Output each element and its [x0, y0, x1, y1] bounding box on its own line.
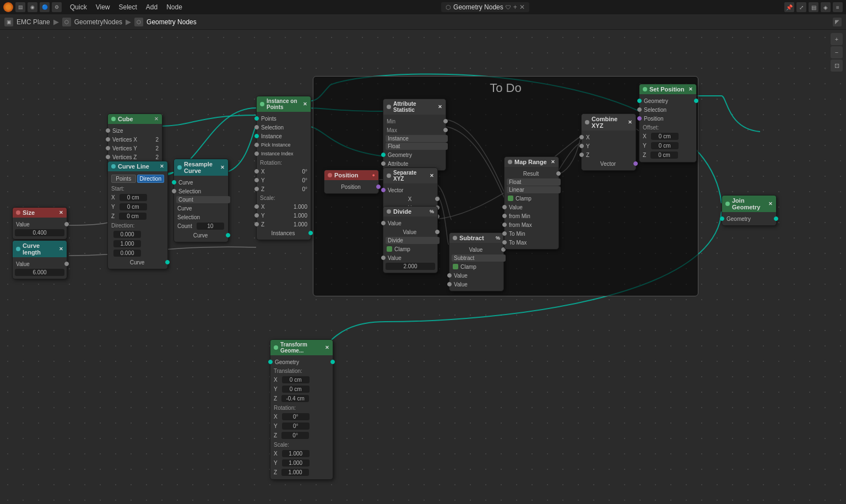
node-joingeo-header[interactable]: Join Geometry ✕ [722, 196, 776, 212]
socket-cxyz-y[interactable] [579, 144, 584, 148]
socket-size-in[interactable] [106, 128, 110, 133]
socket-iop-sy[interactable] [254, 213, 259, 218]
socket-sub-v2[interactable] [447, 282, 452, 286]
socket-rc-curve-in[interactable] [172, 180, 176, 185]
socket-cxyz-out[interactable] [633, 161, 638, 166]
zoom-out-btn[interactable]: − [831, 46, 843, 58]
workspace-tab[interactable]: ⬡ Geometry Nodes 🛡 + ✕ [441, 2, 529, 12]
add-workspace-icon[interactable]: + [513, 3, 517, 11]
menu-node[interactable]: Node [162, 2, 186, 12]
node-set-position[interactable]: Set Position ✕ Geometry Selection Positi… [639, 84, 697, 162]
socket-clength-out[interactable] [64, 262, 69, 266]
subtract-op-select[interactable]: Subtract [452, 254, 506, 262]
node-tg-header[interactable]: Transform Geome... ✕ [270, 340, 333, 355]
socket-iop-ry[interactable] [254, 178, 259, 182]
socket-vz-in[interactable] [106, 155, 110, 159]
node-size-header[interactable]: Size ✕ [13, 208, 67, 218]
socket-mr-fmax[interactable] [502, 223, 507, 227]
start-z[interactable]: 0 cm [119, 213, 147, 220]
socket-div-v1[interactable] [381, 221, 386, 225]
socket-iop-sz[interactable] [254, 222, 259, 226]
node-combxyz-header[interactable]: Combine XYZ ✕ [582, 114, 636, 131]
menu-select[interactable]: Select [115, 2, 140, 12]
socket-div-out[interactable] [435, 230, 440, 234]
node-setpos-header[interactable]: Set Position ✕ [639, 84, 696, 94]
start-y[interactable]: 0 cm [120, 203, 147, 210]
socket-rc-curve-out[interactable] [226, 233, 230, 237]
node-join-geometry[interactable]: Join Geometry ✕ Geometry [722, 195, 777, 226]
pref-icon[interactable]: ⚙ [52, 2, 62, 12]
attrstat-sel2[interactable]: Float [386, 143, 448, 150]
menu-add[interactable]: Add [142, 2, 161, 12]
socket-iop-rz[interactable] [254, 187, 259, 191]
socket-sepxyz-x[interactable] [435, 197, 440, 201]
start-x[interactable]: 0 cm [120, 194, 147, 201]
maprange-type[interactable]: Float [507, 178, 561, 186]
node-combine-xyz[interactable]: Combine XYZ ✕ X Y Z Vector [581, 113, 636, 171]
socket-curve-out[interactable] [165, 260, 170, 264]
render-props-icon[interactable]: ◈ [821, 2, 831, 12]
socket-mr-tmax[interactable] [502, 240, 507, 245]
node-instance-on-points[interactable]: Instance on Points ✕ Points Selection In… [256, 96, 311, 240]
tg-tx[interactable]: 0 cm [282, 376, 310, 383]
socket-attrstat-geo[interactable] [381, 153, 386, 157]
tg-sz[interactable]: 1.000 [281, 469, 309, 476]
socket-vx-in[interactable] [106, 137, 110, 142]
node-divide[interactable]: Divide % Value Value Divide Clamp Value … [383, 206, 438, 273]
node-maprange-header[interactable]: Map Range ✕ [505, 157, 558, 167]
socket-mr-fmin[interactable] [502, 214, 507, 218]
socket-attrstat-max[interactable] [443, 128, 448, 132]
node-curve-length[interactable]: Curve length ✕ Value 6.000 [12, 240, 67, 279]
dir-y[interactable]: 1.000 [113, 240, 141, 247]
breadcrumb-root[interactable]: EMC Plane [17, 18, 50, 26]
breadcrumb-end[interactable]: Geometry Nodes [147, 18, 197, 26]
maprange-interp[interactable]: Linear [507, 186, 561, 193]
socket-tg-geo-in[interactable] [268, 360, 273, 364]
mr-clamp[interactable] [508, 196, 513, 201]
socket-mr-tmin[interactable] [502, 231, 507, 236]
fit-view-btn[interactable]: ⊡ [831, 59, 843, 72]
socket-iop-idx[interactable] [254, 151, 259, 156]
socket-iop-pick[interactable] [254, 143, 259, 147]
node-position[interactable]: Position ● Position [324, 170, 379, 194]
socket-sp-geo-in[interactable] [637, 99, 642, 103]
expand-icon[interactable]: ⤢ [796, 2, 806, 12]
node-resample-curve[interactable]: Resample Curve ✕ Curve Selection Count C… [173, 159, 229, 242]
node-map-range[interactable]: Map Range ✕ Result Float Linear Clamp Va… [504, 156, 559, 250]
socket-attrstat-min[interactable] [443, 119, 448, 123]
tg-rx[interactable]: 0° [282, 413, 310, 420]
sp-offset-x[interactable]: 0 cm [651, 133, 679, 140]
node-size[interactable]: Size ✕ Value 0.400 [12, 207, 67, 240]
node-cube-header[interactable]: Cube ✕ [108, 114, 162, 124]
divide-clamp[interactable] [387, 246, 392, 252]
tg-sx[interactable]: 1.000 [282, 450, 310, 457]
socket-cxyz-x[interactable] [579, 135, 584, 139]
socket-sp-sel[interactable] [637, 107, 642, 112]
socket-iop-points[interactable] [254, 116, 259, 121]
node-editor-canvas[interactable]: To Do Cube ✕ Size Vertices X 2 Vertices … [0, 30, 846, 504]
sp-offset-y[interactable]: 0 cm [651, 142, 679, 149]
node-iop-header[interactable]: Instance on Points ✕ [257, 96, 311, 112]
subtract-clamp[interactable] [453, 264, 458, 269]
curve-line-tabs[interactable]: Points Direction [111, 175, 164, 183]
attrstat-sel1[interactable]: Instance [386, 135, 448, 142]
node-sepcyz-header[interactable]: Separate XYZ ✕ [383, 168, 437, 183]
socket-sp-pos[interactable] [637, 116, 642, 121]
socket-cxyz-z[interactable] [579, 153, 584, 157]
tab-points[interactable]: Points [111, 175, 136, 183]
socket-jg-geo-in[interactable] [720, 216, 724, 221]
socket-iop-sx[interactable] [254, 204, 259, 209]
menu-view[interactable]: View [92, 2, 114, 12]
node-divide-header[interactable]: Divide % [383, 207, 437, 216]
node-attribute-statistic[interactable]: Attribute Statistic ✕ Min Max Instance F… [383, 99, 446, 171]
tg-rz[interactable]: 0° [281, 432, 309, 439]
socket-div-v2[interactable] [381, 256, 386, 260]
scene-icon[interactable]: 🔵 [40, 2, 50, 12]
node-subtract-header[interactable]: Subtract % [449, 233, 503, 243]
dir-z[interactable]: 0.000 [113, 250, 141, 257]
socket-iop-out[interactable] [308, 231, 313, 235]
settings2-icon[interactable]: ≡ [833, 2, 843, 12]
node-subtract[interactable]: Subtract % Value Subtract Clamp Value Va… [449, 232, 504, 291]
socket-mr-val[interactable] [502, 205, 507, 209]
breadcrumb-mid[interactable]: GeometryNodes [74, 18, 122, 26]
